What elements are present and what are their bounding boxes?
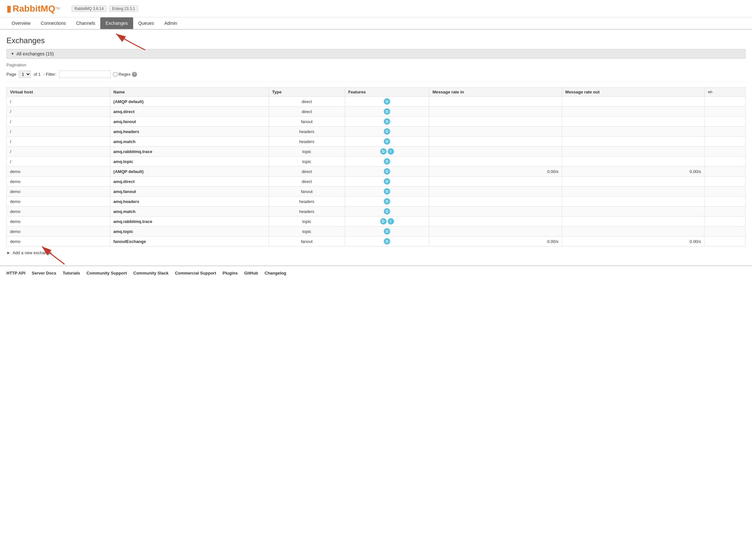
- col-rate-out: Message rate out: [562, 88, 705, 97]
- cell-name[interactable]: amq.rabbitmq.trace: [110, 146, 269, 157]
- cell-action: [704, 137, 745, 146]
- cell-rate-out: [562, 177, 705, 186]
- filter-label: - Filter:: [43, 72, 56, 77]
- regex-checkbox[interactable]: [113, 72, 117, 76]
- section-header[interactable]: ▼ All exchanges (15): [6, 49, 746, 59]
- table-row[interactable]: /amq.matchheadersD: [7, 137, 746, 146]
- cell-vhost: /: [7, 146, 110, 157]
- cell-rate-out: [562, 206, 705, 217]
- durable-badge: D: [384, 108, 390, 115]
- col-actions: +/-: [704, 88, 745, 97]
- cell-name[interactable]: amq.match: [110, 206, 269, 217]
- footer-link-server-docs[interactable]: Server Docs: [32, 271, 56, 276]
- footer-link-tutorials[interactable]: Tutorials: [62, 271, 80, 276]
- cell-name[interactable]: amq.fanout: [110, 186, 269, 197]
- page-select[interactable]: 1: [19, 71, 31, 78]
- main-nav: Overview Connections Channels Exchanges …: [0, 17, 752, 29]
- cell-name[interactable]: amq.rabbitmq.trace: [110, 217, 269, 226]
- nav-channels[interactable]: Channels: [71, 17, 100, 29]
- filter-input[interactable]: [59, 71, 111, 78]
- nav-overview[interactable]: Overview: [6, 17, 36, 29]
- cell-type: direct: [269, 166, 345, 177]
- table-row[interactable]: demoamq.matchheadersD: [7, 206, 746, 217]
- nav-admin[interactable]: Admin: [159, 17, 182, 29]
- version-badges: RabbitMQ 3.8.14 Erlang 23.3.1: [72, 5, 138, 12]
- footer-link-github[interactable]: GitHub: [244, 271, 258, 276]
- cell-vhost: /: [7, 97, 110, 107]
- footer-link-plugins[interactable]: Plugins: [223, 271, 238, 276]
- cell-name[interactable]: amq.headers: [110, 197, 269, 206]
- cell-name[interactable]: fanoutExchange: [110, 237, 269, 246]
- cell-rate-out: [562, 107, 705, 117]
- cell-name[interactable]: (AMQP default): [110, 166, 269, 177]
- cell-rate-out: [562, 226, 705, 237]
- cell-type: direct: [269, 97, 345, 107]
- cell-rate-out: [562, 137, 705, 146]
- cell-action: [704, 166, 745, 177]
- table-row[interactable]: demoamq.fanoutfanoutD: [7, 186, 746, 197]
- nav-queues[interactable]: Queues: [133, 17, 159, 29]
- rabbitmq-version-badge: RabbitMQ 3.8.14: [72, 5, 107, 12]
- cell-name[interactable]: amq.topic: [110, 226, 269, 237]
- cell-features: D: [345, 127, 429, 137]
- cell-name[interactable]: (AMQP default): [110, 97, 269, 107]
- nav-exchanges[interactable]: Exchanges: [100, 17, 133, 29]
- table-row[interactable]: /(AMQP default)directD: [7, 97, 746, 107]
- table-row[interactable]: demoamq.rabbitmq.tracetopicDI: [7, 217, 746, 226]
- cell-vhost: /: [7, 117, 110, 127]
- cell-action: [704, 226, 745, 237]
- cell-rate-in: [429, 197, 562, 206]
- cell-name[interactable]: amq.fanout: [110, 117, 269, 127]
- cell-rate-in: [429, 226, 562, 237]
- footer-link-community-support[interactable]: Community Support: [86, 271, 127, 276]
- cell-type: fanout: [269, 117, 345, 127]
- cell-rate-in: [429, 206, 562, 217]
- footer-link-commercial-support[interactable]: Commercial Support: [175, 271, 216, 276]
- footer-link-changelog[interactable]: Changelog: [265, 271, 286, 276]
- table-row[interactable]: /amq.topictopicD: [7, 157, 746, 166]
- table-row[interactable]: /amq.headersheadersD: [7, 127, 746, 137]
- table-row[interactable]: /amq.fanoutfanoutD: [7, 117, 746, 127]
- cell-name[interactable]: amq.direct: [110, 177, 269, 186]
- table-row[interactable]: demoamq.topictopicD: [7, 226, 746, 237]
- cell-rate-out: [562, 146, 705, 157]
- cell-features: D: [345, 97, 429, 107]
- cell-type: topic: [269, 146, 345, 157]
- table-row[interactable]: demoamq.directdirectD: [7, 177, 746, 186]
- cell-rate-in: [429, 107, 562, 117]
- cell-rate-out: [562, 197, 705, 206]
- cell-name[interactable]: amq.topic: [110, 157, 269, 166]
- cell-rate-in: [429, 146, 562, 157]
- cell-rate-in: [429, 137, 562, 146]
- cell-rate-in: [429, 217, 562, 226]
- cell-name[interactable]: amq.direct: [110, 107, 269, 117]
- cell-name[interactable]: amq.headers: [110, 127, 269, 137]
- cell-action: [704, 186, 745, 197]
- add-exchange-section[interactable]: ► Add a new exchange: [6, 246, 746, 259]
- cell-vhost: demo: [7, 206, 110, 217]
- help-icon[interactable]: ?: [132, 72, 137, 77]
- cell-type: headers: [269, 137, 345, 146]
- cell-rate-out: [562, 97, 705, 107]
- table-row[interactable]: /amq.rabbitmq.tracetopicDI: [7, 146, 746, 157]
- table-row[interactable]: demofanoutExchangefanoutD0.00/s0.00/s: [7, 237, 746, 246]
- footer-link-community-slack[interactable]: Community Slack: [133, 271, 168, 276]
- cell-type: topic: [269, 157, 345, 166]
- page-title: Exchanges: [6, 36, 746, 45]
- cell-rate-out: [562, 217, 705, 226]
- add-exchange-arrow: ►: [6, 251, 11, 255]
- cell-vhost: demo: [7, 237, 110, 246]
- cell-features: DI: [345, 146, 429, 157]
- table-row[interactable]: /amq.directdirectD: [7, 107, 746, 117]
- cell-name[interactable]: amq.match: [110, 137, 269, 146]
- logo-text: RabbitMQ: [13, 3, 55, 14]
- cell-action: [704, 217, 745, 226]
- cell-action: [704, 177, 745, 186]
- cell-rate-out: [562, 157, 705, 166]
- internal-badge: I: [388, 148, 394, 155]
- footer-link-http-api[interactable]: HTTP API: [6, 271, 25, 276]
- cell-vhost: demo: [7, 226, 110, 237]
- table-row[interactable]: demoamq.headersheadersD: [7, 197, 746, 206]
- nav-connections[interactable]: Connections: [36, 17, 71, 29]
- table-row[interactable]: demo(AMQP default)directD0.00/s0.00/s: [7, 166, 746, 177]
